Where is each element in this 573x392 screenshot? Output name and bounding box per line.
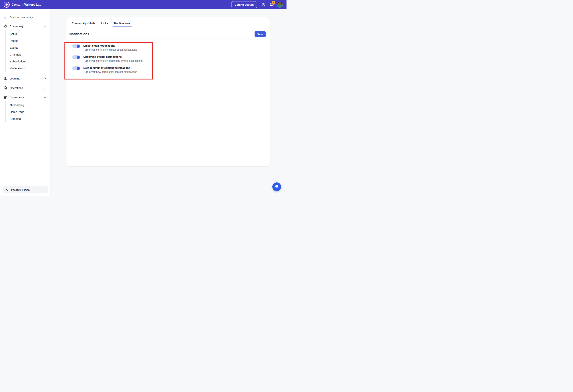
messages-icon[interactable] <box>261 2 266 7</box>
tab-links[interactable]: Links <box>101 22 108 27</box>
toggle-row-digest: Digest email notifications Turn on/off c… <box>72 44 266 51</box>
chat-bubble-icon <box>274 185 279 189</box>
chevron-up-icon <box>43 24 47 28</box>
book-icon <box>4 76 8 80</box>
document-gear-icon <box>4 86 8 90</box>
sidebar-item-label: Learning <box>10 77 20 80</box>
sidebar-item-label: Community <box>10 25 23 28</box>
gear-icon <box>5 188 9 191</box>
toggle-knob <box>77 67 80 70</box>
chevron-right-icon <box>43 77 47 80</box>
upcoming-events-toggle[interactable] <box>72 55 80 59</box>
sidebar-item-appearance[interactable]: Appearance <box>4 95 47 100</box>
toggle-label: Upcoming events notifications <box>83 55 143 58</box>
toggle-description: Turn on/off new community content notifi… <box>83 70 137 73</box>
settings-sidebar: Back to community Community Setup <box>0 9 51 196</box>
toggle-description: Turn on/off community upcoming events no… <box>83 59 143 62</box>
appearance-sub-list: Onboarding Home Page Branding <box>5 102 47 122</box>
chevron-up-icon <box>43 96 47 99</box>
card-body: Notifications Save Digest email notifica… <box>67 31 270 73</box>
getting-started-button[interactable]: Getting Started <box>231 1 257 8</box>
sidebar-item-learning[interactable]: Learning <box>4 76 47 81</box>
sidebar-item-community[interactable]: Community <box>4 23 47 29</box>
toggle-knob <box>77 56 80 59</box>
main-content-area: Community details Links Notifications No… <box>51 9 286 196</box>
section-header: Notifications Save <box>69 31 266 37</box>
toggle-description: Turn on/off community digest email notif… <box>83 48 137 51</box>
sidebar-item-people[interactable]: People <box>10 37 47 44</box>
notification-toggles: Digest email notifications Turn on/off c… <box>72 44 266 73</box>
new-content-toggle[interactable] <box>72 67 80 70</box>
chevron-right-icon <box>43 86 47 89</box>
sidebar-item-operations[interactable]: Operations <box>4 85 47 91</box>
digest-email-toggle[interactable] <box>72 44 80 48</box>
back-to-community-link[interactable]: Back to community <box>4 15 47 19</box>
sidebar-nav: Community Setup People Events Channels S… <box>0 23 50 122</box>
settings-and-data-button[interactable]: Settings & Data <box>2 186 48 193</box>
tab-community-details[interactable]: Community details <box>72 22 95 27</box>
notifications-bell[interactable]: 7 <box>269 2 273 7</box>
sidebar-item-channels[interactable]: Channels <box>10 51 47 58</box>
user-avatar[interactable] <box>277 2 283 8</box>
arrow-left-icon <box>4 15 7 19</box>
sidebar-footer: Settings & Data <box>0 184 50 196</box>
toggle-row-upcoming-events: Upcoming events notifications Turn on/of… <box>72 55 266 62</box>
sidebar-item-onboarding[interactable]: Onboarding <box>10 102 47 108</box>
settings-and-data-label: Settings & Data <box>11 188 29 191</box>
toggle-knob <box>77 45 80 48</box>
settings-card: Community details Links Notifications No… <box>66 17 270 167</box>
top-header-bar: Content Writers Lab Getting Started 7 <box>0 0 286 9</box>
tab-bar: Community details Links Notifications <box>67 17 270 27</box>
toggle-row-new-content: New community content notifications Turn… <box>72 66 266 73</box>
toggle-label: New community content notifications <box>83 66 137 69</box>
sidebar-item-moderations[interactable]: Moderations <box>10 65 47 72</box>
sidebar-item-events[interactable]: Events <box>10 44 47 51</box>
notification-count-badge: 7 <box>272 1 275 5</box>
toggle-label: Digest email notifications <box>83 44 137 47</box>
layout-blocks-icon <box>4 95 8 99</box>
sidebar-item-label: Operations <box>10 86 23 89</box>
back-label: Back to community <box>10 16 33 19</box>
sidebar-item-subscriptions[interactable]: Subscriptions <box>10 58 47 65</box>
sidebar-item-home-page[interactable]: Home Page <box>10 108 47 115</box>
sidebar-item-label: Appearance <box>10 96 24 99</box>
save-button[interactable]: Save <box>254 31 266 37</box>
page-title: Notifications <box>69 32 89 36</box>
app-title: Content Writers Lab <box>12 3 41 7</box>
tab-notifications[interactable]: Notifications <box>114 22 130 27</box>
sidebar-item-branding[interactable]: Branding <box>10 115 47 122</box>
sidebar-item-setup[interactable]: Setup <box>10 30 47 37</box>
community-group-icon <box>4 24 8 28</box>
support-chat-button[interactable] <box>272 182 281 191</box>
community-sub-list: Setup People Events Channels Subscriptio… <box>5 30 47 72</box>
sparkle-star-icon <box>5 3 8 6</box>
community-logo[interactable] <box>4 2 10 8</box>
